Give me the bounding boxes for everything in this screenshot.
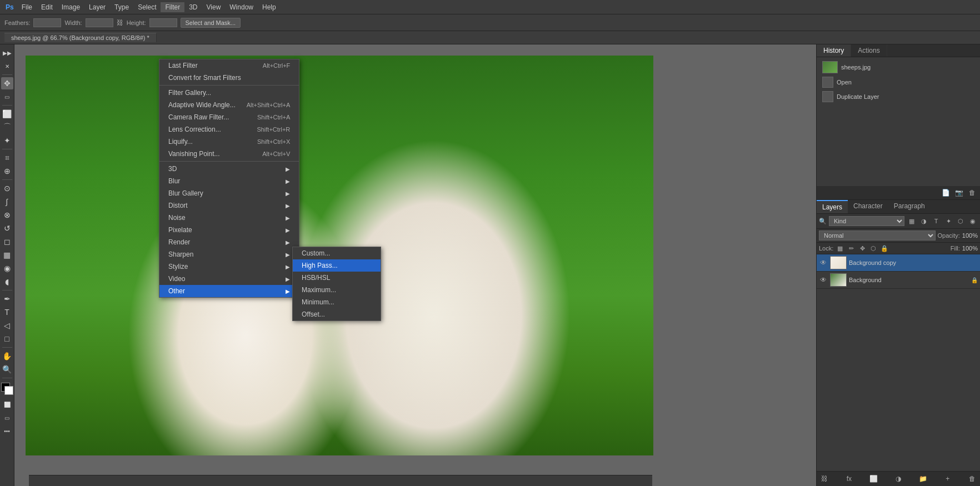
width-input[interactable] — [86, 18, 113, 27]
menu-select[interactable]: Select — [133, 2, 161, 12]
lasso-tool[interactable]: ⌒ — [1, 121, 13, 133]
move-tool[interactable]: ✥ — [1, 77, 13, 89]
filter-pixel-icon[interactable]: ▦ — [907, 216, 917, 226]
opacity-value[interactable]: 100% — [962, 232, 978, 239]
height-input[interactable] — [149, 18, 177, 27]
close-panel-button[interactable]: ✕ — [1, 60, 13, 72]
filter-lens-correction[interactable]: Lens Correction... Shift+Ctrl+R — [159, 123, 299, 136]
filter-render[interactable]: Render ▶ — [159, 236, 299, 248]
blend-mode-select[interactable]: Normal — [819, 231, 936, 241]
layer-visibility-toggle-0[interactable]: 👁 — [819, 258, 828, 267]
filter-blur[interactable]: Blur ▶ — [159, 175, 299, 187]
filter-stylize[interactable]: Stylize ▶ — [159, 260, 299, 273]
marquee-tool[interactable]: ⬜ — [1, 108, 13, 120]
snapshot-icon[interactable]: 📷 — [953, 187, 964, 198]
tab-layers[interactable]: Layers — [817, 200, 848, 213]
filter-vanishing-point[interactable]: Vanishing Point... Alt+Ctrl+V — [159, 148, 299, 160]
menu-image[interactable]: Image — [57, 2, 84, 12]
filter-type-icon[interactable]: T — [931, 216, 941, 226]
submenu-maximum[interactable]: Maximum... — [293, 284, 381, 296]
history-item-thumbnail[interactable]: sheeps.jpg — [819, 59, 978, 75]
menu-filter[interactable]: Filter — [161, 2, 184, 12]
history-brush-tool[interactable]: ↺ — [1, 222, 13, 234]
filter-adaptive-wide-angle[interactable]: Adaptive Wide Angle... Alt+Shift+Ctrl+A — [159, 99, 299, 111]
menu-help[interactable]: Help — [258, 2, 281, 12]
filter-liquify[interactable]: Liquify... Shift+Ctrl+X — [159, 136, 299, 148]
filter-vector-icon[interactable]: ⬡ — [956, 216, 966, 226]
quick-mask-button[interactable]: ⬜ — [1, 398, 13, 410]
menu-window[interactable]: Window — [225, 2, 258, 12]
filter-active-icon[interactable]: ◉ — [968, 216, 978, 226]
create-new-layer-button[interactable]: + — [942, 473, 953, 484]
zoom-tool[interactable]: 🔍 — [1, 363, 13, 375]
submenu-high-pass[interactable]: High Pass... — [293, 259, 381, 272]
lock-transparent-icon[interactable]: ▦ — [836, 244, 844, 253]
create-new-document-icon[interactable]: 📄 — [940, 187, 951, 198]
create-fill-adjustment-button[interactable]: ◑ — [893, 473, 904, 484]
tab-history[interactable]: History — [817, 44, 851, 57]
brush-tool[interactable]: ∫ — [1, 196, 13, 208]
tab-character[interactable]: Character — [848, 200, 888, 213]
filter-other[interactable]: Other ▶ — [159, 285, 299, 297]
hand-tool[interactable]: ✋ — [1, 350, 13, 362]
layer-item-background[interactable]: 👁 Background 🔒 — [817, 272, 980, 289]
filter-blur-gallery[interactable]: Blur Gallery ▶ — [159, 187, 299, 199]
lock-image-icon[interactable]: ✏ — [847, 244, 856, 253]
layer-visibility-toggle-1[interactable]: 👁 — [819, 275, 828, 284]
filter-noise[interactable]: Noise ▶ — [159, 212, 299, 224]
eraser-tool[interactable]: ◻ — [1, 236, 13, 248]
history-item-duplicate[interactable]: Duplicate Layer — [819, 89, 978, 104]
filter-distort[interactable]: Distort ▶ — [159, 199, 299, 212]
menu-file[interactable]: File — [17, 2, 37, 12]
lock-artboard-icon[interactable]: ⬡ — [869, 244, 878, 253]
document-tab-item[interactable]: sheeps.jpg @ 66.7% (Background copy, RGB… — [4, 33, 157, 42]
artboard-tool[interactable]: ▭ — [1, 91, 13, 103]
shape-tool[interactable]: □ — [1, 333, 13, 345]
filter-sharpen[interactable]: Sharpen ▶ — [159, 248, 299, 260]
menu-type[interactable]: Type — [110, 2, 133, 12]
submenu-minimum[interactable]: Minimum... — [293, 296, 381, 308]
path-select-tool[interactable]: ◁ — [1, 319, 13, 332]
color-picker[interactable] — [1, 383, 13, 395]
layer-item-background-copy[interactable]: 👁 Background copy — [817, 254, 980, 272]
crop-tool[interactable]: ⌗ — [1, 152, 13, 164]
filter-3d[interactable]: 3D ▶ — [159, 163, 299, 175]
menu-layer[interactable]: Layer — [84, 2, 110, 12]
layer-filter-select[interactable]: Kind — [829, 216, 904, 226]
extra-tools-button[interactable]: ••• — [1, 425, 13, 437]
delete-layer-button[interactable]: 🗑 — [967, 473, 978, 484]
filter-convert-smart[interactable]: Convert for Smart Filters — [159, 72, 299, 84]
gradient-tool[interactable]: ▦ — [1, 249, 13, 261]
text-tool[interactable]: T — [1, 306, 13, 318]
tab-paragraph[interactable]: Paragraph — [888, 200, 931, 213]
submenu-custom[interactable]: Custom... — [293, 247, 381, 259]
lock-all-icon[interactable]: 🔒 — [880, 244, 889, 253]
menu-3d[interactable]: 3D — [184, 2, 202, 12]
quick-select-tool[interactable]: ✦ — [1, 134, 13, 147]
heal-tool[interactable]: ⊙ — [1, 182, 13, 194]
lock-position-icon[interactable]: ✥ — [858, 244, 867, 253]
blur-tool[interactable]: ◉ — [1, 262, 13, 274]
select-mask-button[interactable]: Select and Mask... — [181, 18, 241, 28]
background-color[interactable] — [4, 386, 13, 395]
pen-tool[interactable]: ✒ — [1, 293, 13, 305]
submenu-hsb-hsl[interactable]: HSB/HSL — [293, 272, 381, 284]
create-group-button[interactable]: 📁 — [917, 473, 928, 484]
eyedropper-tool[interactable]: ⊕ — [1, 165, 13, 177]
filter-camera-raw[interactable]: Camera Raw Filter... Shift+Ctrl+A — [159, 111, 299, 123]
menu-view[interactable]: View — [202, 2, 226, 12]
feathers-input[interactable] — [33, 18, 61, 27]
link-layers-button[interactable]: ⛓ — [819, 473, 830, 484]
submenu-offset[interactable]: Offset... — [293, 308, 381, 320]
delete-history-icon[interactable]: 🗑 — [967, 187, 978, 198]
filter-video[interactable]: Video ▶ — [159, 273, 299, 285]
filter-last-filter[interactable]: Last Filter Alt+Ctrl+F — [159, 59, 299, 72]
filter-smart-icon[interactable]: ✦ — [943, 216, 953, 226]
filter-adj-icon[interactable]: ◑ — [919, 216, 929, 226]
screen-mode-button[interactable]: ▭ — [1, 412, 13, 424]
clone-tool[interactable]: ⊗ — [1, 209, 13, 221]
history-item-open[interactable]: Open — [819, 75, 978, 89]
dodge-tool[interactable]: ◖ — [1, 275, 13, 288]
add-layer-style-button[interactable]: fx — [843, 473, 854, 484]
ps-logo[interactable]: Ps — [2, 2, 17, 12]
